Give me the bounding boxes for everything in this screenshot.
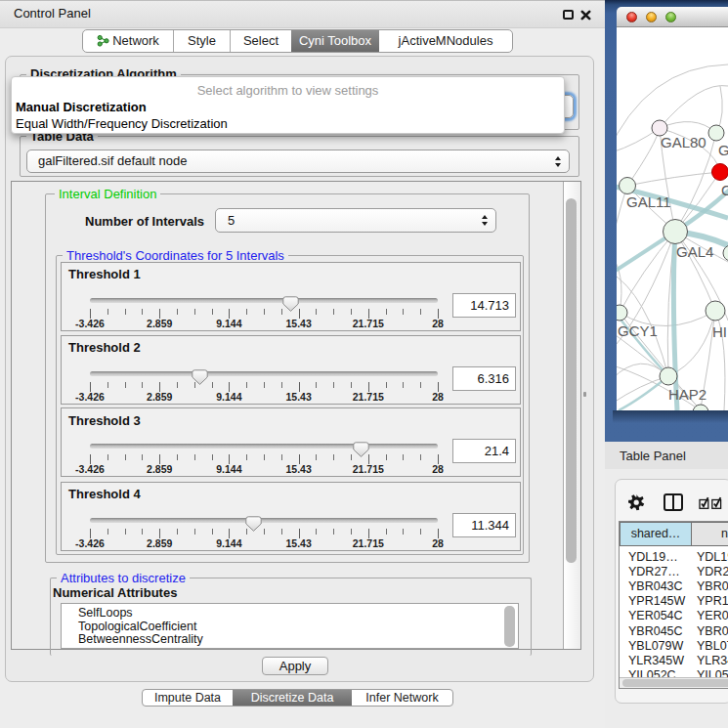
svg-text:C: C [721,182,728,198]
svg-text:GA: GA [718,142,728,158]
svg-text:GAL4: GAL4 [676,243,713,260]
svg-text:HAP2: HAP2 [668,386,707,403]
svg-text:GCY1: GCY1 [618,322,658,339]
svg-text:HI: HI [712,323,727,340]
svg-text:GAL80: GAL80 [661,134,707,150]
svg-text:GAL11: GAL11 [626,193,671,210]
